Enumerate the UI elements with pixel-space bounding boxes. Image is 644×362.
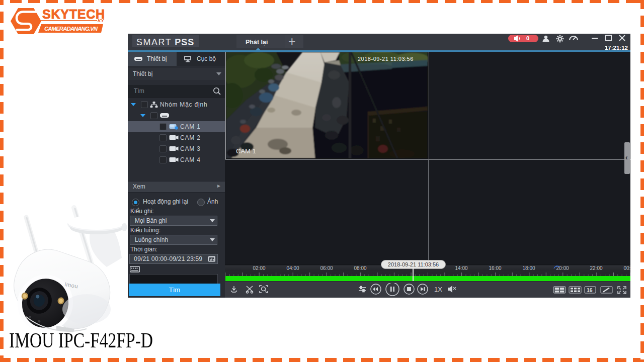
svg-text:CAM 1: CAM 1 (236, 147, 256, 155)
svg-text:1X: 1X (434, 286, 442, 293)
svg-text:KY: KY (98, 18, 104, 23)
svg-text:2018-09-21 11:03:56: 2018-09-21 11:03:56 (358, 56, 414, 62)
svg-text:16: 16 (587, 287, 593, 293)
svg-text:CAMERADANANG.VN: CAMERADANANG.VN (44, 26, 98, 32)
svg-text:SKYTECH: SKYTECH (42, 7, 105, 21)
